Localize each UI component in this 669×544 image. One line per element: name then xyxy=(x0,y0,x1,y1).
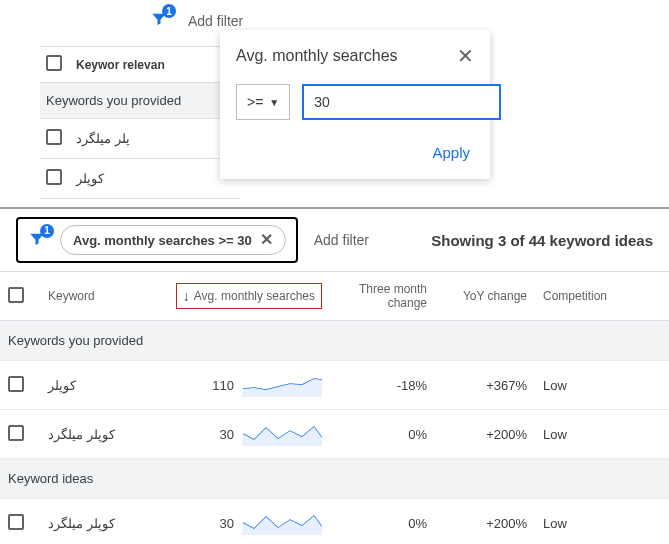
section-provided: Keywords you provided xyxy=(0,321,669,361)
yoy-cell: +200% xyxy=(435,410,535,459)
chevron-down-icon: ▼ xyxy=(269,97,279,108)
avg-cell: 110 xyxy=(160,361,330,410)
three-month-cell: -18% xyxy=(330,361,435,410)
keyword-cell: پلر میلگرد xyxy=(70,119,240,159)
add-filter-button[interactable]: Add filter xyxy=(314,232,369,248)
filter-icon[interactable]: 1 xyxy=(150,10,168,31)
select-all-checkbox[interactable] xyxy=(46,55,62,71)
chip-remove-icon[interactable]: ✕ xyxy=(260,232,273,248)
col-three-month[interactable]: Three month change xyxy=(330,272,435,321)
table-row: کوپلر میلگرد300%+200%Low xyxy=(0,410,669,459)
add-filter-button[interactable]: Add filter xyxy=(188,13,243,29)
row-checkbox[interactable] xyxy=(46,169,62,185)
col-keyword[interactable]: Keyword xyxy=(40,272,160,321)
section-provided: Keywords you provided xyxy=(40,83,240,119)
table-row: کوپلر میلگرد300%+200%Low xyxy=(0,499,669,545)
applied-filters-box: 1 Avg. monthly searches >= 30 ✕ xyxy=(16,217,298,263)
filter-badge: 1 xyxy=(162,4,176,18)
sort-down-icon: ↓ xyxy=(183,288,190,304)
col-competition[interactable]: Competition xyxy=(535,272,669,321)
filter-icon[interactable]: 1 xyxy=(28,230,46,251)
keyword-table-top: Keywor relevan Keywords you provided پلر… xyxy=(40,46,240,199)
filter-popover: Avg. monthly searches ✕ >= ▼ Apply xyxy=(220,30,490,179)
avg-cell: 30 xyxy=(160,499,330,545)
close-icon[interactable]: ✕ xyxy=(457,46,474,66)
filter-badge: 1 xyxy=(40,224,54,238)
row-checkbox[interactable] xyxy=(8,376,24,392)
keyword-cell: کوپلر میلگرد xyxy=(40,499,160,545)
row-checkbox[interactable] xyxy=(8,514,24,530)
table-row: کوپلر110-18%+367%Low xyxy=(0,361,669,410)
keyword-table: Keyword ↓ Avg. monthly searches Three mo… xyxy=(0,271,669,544)
popover-title: Avg. monthly searches xyxy=(236,47,398,65)
table-row: کوپلر xyxy=(40,159,240,199)
table-row: پلر میلگرد xyxy=(40,119,240,159)
filter-chip[interactable]: Avg. monthly searches >= 30 ✕ xyxy=(60,225,286,255)
keyword-cell: کوپلر xyxy=(70,159,240,199)
row-checkbox[interactable] xyxy=(46,129,62,145)
competition-cell: Low xyxy=(535,499,669,545)
competition-cell: Low xyxy=(535,410,669,459)
apply-button[interactable]: Apply xyxy=(428,138,474,167)
row-checkbox[interactable] xyxy=(8,425,24,441)
col-avg[interactable]: ↓ Avg. monthly searches xyxy=(160,272,330,321)
value-input[interactable] xyxy=(302,84,501,120)
yoy-cell: +367% xyxy=(435,361,535,410)
section-ideas: Keyword ideas xyxy=(0,459,669,499)
keyword-cell: کوپلر xyxy=(40,361,160,410)
operator-select[interactable]: >= ▼ xyxy=(236,84,290,120)
operator-value: >= xyxy=(247,94,263,110)
avg-cell: 30 xyxy=(160,410,330,459)
yoy-cell: +200% xyxy=(435,499,535,545)
three-month-cell: 0% xyxy=(330,499,435,545)
competition-cell: Low xyxy=(535,361,669,410)
col-yoy[interactable]: YoY change xyxy=(435,272,535,321)
three-month-cell: 0% xyxy=(330,410,435,459)
showing-count: Showing 3 of 44 keyword ideas xyxy=(431,232,653,249)
keyword-header[interactable]: Keywor relevan xyxy=(70,47,240,83)
select-all-checkbox[interactable] xyxy=(8,287,24,303)
chip-label: Avg. monthly searches >= 30 xyxy=(73,233,252,248)
keyword-cell: کوپلر میلگرد xyxy=(40,410,160,459)
